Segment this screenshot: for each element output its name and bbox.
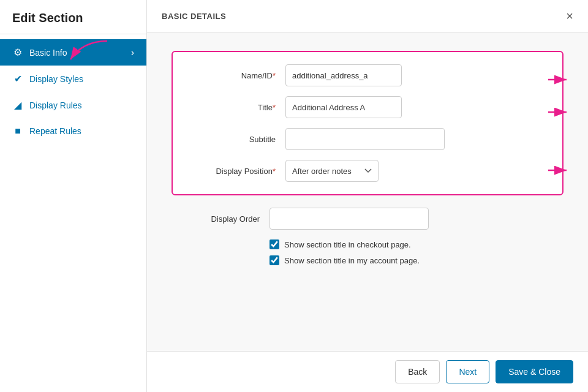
nav-label-repeat-rules: Repeat Rules [29,126,134,136]
main-body: Name/ID* Title* [147,32,588,351]
sidebar-title: Edit Section [12,11,134,25]
title-label: Title* [187,103,285,112]
form-group-display-order: Display Order [172,208,564,230]
checkbox-account[interactable] [270,255,279,265]
filter-icon: ◢ [12,99,23,111]
display-position-select[interactable]: After order notes Before order notes Aft… [285,160,379,182]
main-section-title: BASIC DETAILS [162,12,226,21]
main-footer: Back Next Save & Close [147,351,588,392]
display-order-label: Display Order [172,214,270,224]
next-button[interactable]: Next [446,360,489,383]
sidebar-nav: ⚙ Basic Info › ✔ Display Styles ◢ Displa… [0,34,146,149]
save-close-button[interactable]: Save & Close [496,360,573,383]
sidebar: Edit Section ⚙ Basic Info › ✔ Di [0,0,147,392]
sidebar-item-repeat-rules[interactable]: ■ Repeat Rules [0,118,146,144]
table-icon: ■ [12,126,23,137]
form-group-title: Title* [187,96,548,118]
sidebar-item-basic-info[interactable]: ⚙ Basic Info › [0,39,146,66]
display-position-label: Display Position* [187,167,285,176]
subtitle-input[interactable] [285,128,445,150]
required-star-title: * [273,103,276,112]
sidebar-item-display-rules[interactable]: ◢ Display Rules [0,92,146,118]
nav-label-display-styles: Display Styles [29,74,134,84]
form-highlight-box: Name/ID* Title* [172,51,564,195]
gear-icon: ⚙ [12,47,23,58]
checkbox-group: Show section title in checkout page. Sho… [172,239,564,265]
display-position-container: After order notes Before order notes Aft… [285,160,379,182]
chevron-right-icon: › [131,47,134,58]
required-star-position: * [273,167,276,176]
checkbox-checkout[interactable] [270,239,279,249]
close-button[interactable]: × [566,10,573,22]
name-id-input[interactable] [285,64,402,86]
main-content: BASIC DETAILS × Name/ID* [147,0,588,392]
required-star-name: * [273,71,276,80]
main-header: BASIC DETAILS × [147,0,588,32]
name-id-label: Name/ID* [187,71,285,80]
sidebar-header: Edit Section [0,0,146,34]
form-group-name-id: Name/ID* [187,64,548,86]
subtitle-label: Subtitle [187,135,285,144]
checkbox-row-1: Show section title in checkout page. [270,239,564,249]
sidebar-item-display-styles[interactable]: ✔ Display Styles [0,66,146,92]
nav-label-basic-info: Basic Info [29,48,125,58]
title-container [285,96,402,118]
checkbox-account-label: Show section title in my account page. [284,256,420,265]
back-button[interactable]: Back [395,360,440,383]
display-order-input[interactable] [270,208,429,230]
checkbox-row-2: Show section title in my account page. [270,255,564,265]
checkbox-checkout-label: Show section title in checkout page. [284,240,411,249]
title-input[interactable] [285,96,402,118]
highlight-section: Name/ID* Title* [172,51,564,195]
palette-icon: ✔ [12,73,23,85]
form-group-subtitle: Subtitle [187,128,548,150]
modal-container: Edit Section ⚙ Basic Info › ✔ Di [0,0,588,392]
form-group-display-position: Display Position* After order notes Befo… [187,160,548,182]
nav-label-display-rules: Display Rules [29,100,134,110]
name-id-container [285,64,402,86]
